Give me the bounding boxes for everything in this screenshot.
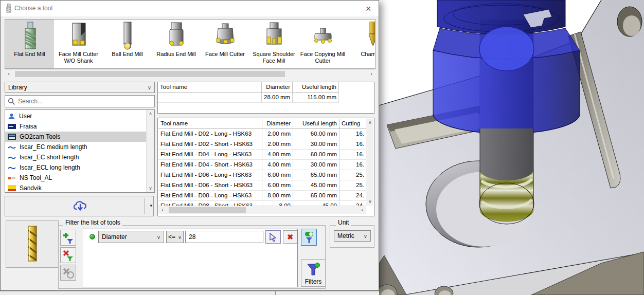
library-item-ns-tool-al[interactable]: NS Tool_AL <box>5 173 146 183</box>
cell-useful-length: 60.00 mm <box>293 129 339 139</box>
sandvik-logo-icon <box>8 185 16 191</box>
ns-tool-logo-icon <box>8 176 16 180</box>
cell-tool-name <box>158 93 262 103</box>
download-library-button[interactable]: ▾ <box>5 196 154 216</box>
tool-type-label: Face Copying Mill Cutter <box>298 51 347 64</box>
remove-filter-button[interactable] <box>60 247 76 263</box>
scroll-left-icon[interactable]: ‹ <box>158 206 167 214</box>
filters-button-label: Filters <box>301 278 325 285</box>
col-diameter[interactable]: Diameter <box>262 119 293 129</box>
cell-useful-length: 65.00 mm <box>293 170 339 180</box>
cell-useful-length: 60.00 mm <box>293 150 339 160</box>
search-box[interactable] <box>5 95 155 107</box>
filters-funnel-icon <box>306 262 320 276</box>
selected-tool-row[interactable]: 28.00 mm 115.00 mm <box>158 93 374 103</box>
face-mill-cutter-wo-shank-icon <box>54 21 103 51</box>
col-tool-name[interactable]: Tool name <box>158 119 262 129</box>
pick-tool-button[interactable] <box>265 230 281 244</box>
library-item-user[interactable]: User <box>5 111 146 121</box>
library-list[interactable]: User Fraisa GO2cam Tools <box>5 109 155 193</box>
tool-strip-scrollbar[interactable]: ‹ › <box>5 69 375 78</box>
tool-type-label: Face Mill Cutter <box>201 51 249 58</box>
cloud-download-icon <box>73 200 87 212</box>
table-row[interactable]: Flat End Mill - D02 - Long - HSK63 2.00 … <box>158 129 366 139</box>
filters-button[interactable]: Filters <box>301 259 326 287</box>
library-select[interactable]: Library ∨ <box>5 82 155 93</box>
tool-type-flat-end-mill[interactable]: Flat End Mill <box>5 20 54 68</box>
add-filter-button[interactable] <box>60 230 76 246</box>
library-item-go2cam-tools[interactable]: GO2cam Tools <box>5 132 146 142</box>
library-item-iscar-ecl-long[interactable]: Iscar_ECL long length <box>5 162 146 173</box>
dialog-titlebar[interactable]: Choose a tool ✕ <box>1 1 379 16</box>
scroll-down-icon[interactable]: ∨ <box>147 185 154 192</box>
cell-useful-length: 115.00 mm <box>293 93 339 103</box>
filter-value-combo[interactable]: ∨ <box>185 231 263 243</box>
table-row[interactable]: Flat End Mill - D08 - Short - HSK63 8.00… <box>158 201 366 206</box>
library-item-iscar-ec-medium[interactable]: Iscar_EC medium length <box>5 142 146 152</box>
cell-useful-length: 65.00 mm <box>293 191 339 201</box>
scrollbar-thumb[interactable] <box>15 71 285 77</box>
face-mill-cutter-icon <box>201 21 249 51</box>
cell-diameter: 6.00 mm <box>262 170 293 180</box>
clear-filter-button-disabled[interactable] <box>60 265 76 281</box>
tool-list-panel: Tool name Diameter Useful length Cutting… <box>157 118 374 216</box>
tool-type-square-shoulder-face-mill[interactable]: Square Shoulder Face Mill <box>249 20 298 68</box>
table-row[interactable]: Flat End Mill - D06 - Short - HSK63 6.00… <box>158 180 366 191</box>
scroll-right-icon[interactable]: › <box>358 206 366 214</box>
chamfer-mill-icon <box>347 21 375 51</box>
cell-tool-name: Flat End Mill - D06 - Short - HSK63 <box>158 180 262 191</box>
tool-table-vscrollbar[interactable]: ∧ ∨ <box>366 119 373 206</box>
scroll-right-icon[interactable]: › <box>367 70 375 78</box>
library-item-iscar-ec-short[interactable]: Iscar_EC short length <box>5 152 146 162</box>
scrollbar-thumb[interactable] <box>169 207 246 213</box>
tool-type-chamfer[interactable]: Chamfer <box>347 20 375 68</box>
splitter[interactable] <box>275 291 276 295</box>
filter-field-value: Diameter <box>102 233 157 241</box>
library-list-scrollbar[interactable]: ∧ ∨ <box>146 110 154 192</box>
scroll-up-icon[interactable]: ∧ <box>147 110 154 118</box>
filter-group-legend: Filter the list of tools <box>63 219 122 226</box>
library-item-sandvik[interactable]: Sandvik <box>5 183 146 193</box>
scroll-up-icon[interactable]: ∧ <box>366 119 374 126</box>
table-row[interactable]: Flat End Mill - D02 - Short - HSK63 2.00… <box>158 139 366 150</box>
tool-table-hscrollbar[interactable]: ‹ › <box>158 206 366 214</box>
col-cutting[interactable]: Cutting <box>339 119 366 129</box>
tool-type-face-mill-cutter[interactable]: Face Mill Cutter <box>201 20 249 68</box>
filter-value-input[interactable] <box>189 233 269 241</box>
col-diameter: Diameter <box>262 82 293 93</box>
screen: Choose a tool ✕ Flat End Mill <box>0 0 644 295</box>
tool-type-radius-end-mill[interactable]: Radius End Mill <box>152 20 201 68</box>
library-item-label: User <box>19 113 32 120</box>
table-row[interactable]: Flat End Mill - D04 - Long - HSK63 4.00 … <box>158 150 366 160</box>
library-item-label: Iscar_EC medium length <box>20 143 87 151</box>
filter-operator-select[interactable]: <= ∨ <box>166 231 184 243</box>
scroll-left-icon[interactable]: ‹ <box>5 70 13 78</box>
table-row[interactable]: Flat End Mill - D04 - Short - HSK63 4.00… <box>158 160 366 170</box>
tool-type-face-mill-wo-shank[interactable]: Face Mill Cutter W/O Shank <box>54 20 103 68</box>
tool-type-ball-end-mill[interactable]: Ball End Mill <box>103 20 152 68</box>
filter-field-select[interactable]: Diameter ∨ <box>98 231 164 243</box>
library-item-fraisa[interactable]: Fraisa <box>5 121 146 132</box>
unit-select[interactable]: Metric ∨ <box>334 230 371 242</box>
delete-filter-row-button[interactable]: ✖ <box>283 230 297 244</box>
fraisa-logo-icon <box>8 124 16 129</box>
table-row[interactable]: Flat End Mill - D06 - Long - HSK63 6.00 … <box>158 170 366 180</box>
cell-cutting: 16. <box>339 139 366 150</box>
cell-tool-name: Flat End Mill - D04 - Long - HSK63 <box>158 150 262 160</box>
table-row[interactable]: Flat End Mill - D08 - Long - HSK63 8.00 … <box>158 191 366 201</box>
cell-tool-name: Flat End Mill - D02 - Short - HSK63 <box>158 139 262 150</box>
scroll-down-icon[interactable]: ∨ <box>366 198 374 206</box>
tool-holder <box>433 0 580 134</box>
cell-useful-length: 30.00 mm <box>293 139 339 150</box>
filter-toggle-button[interactable] <box>301 229 317 246</box>
tool-table-header-row[interactable]: Tool name Diameter Useful length Cutting <box>158 119 366 129</box>
col-useful-length[interactable]: Useful length <box>293 119 339 129</box>
search-input[interactable] <box>18 98 152 105</box>
close-icon[interactable]: ✕ <box>363 4 373 14</box>
cell-cutting: 24. <box>339 191 366 201</box>
cad-3d-viewport[interactable] <box>379 0 644 295</box>
remove-filter-icon <box>63 250 74 261</box>
cell-cutting: 16. <box>339 150 366 160</box>
caret-down-icon[interactable]: ▾ <box>150 203 152 208</box>
tool-type-face-copying-mill-cutter[interactable]: Face Copying Mill Cutter <box>298 20 347 68</box>
